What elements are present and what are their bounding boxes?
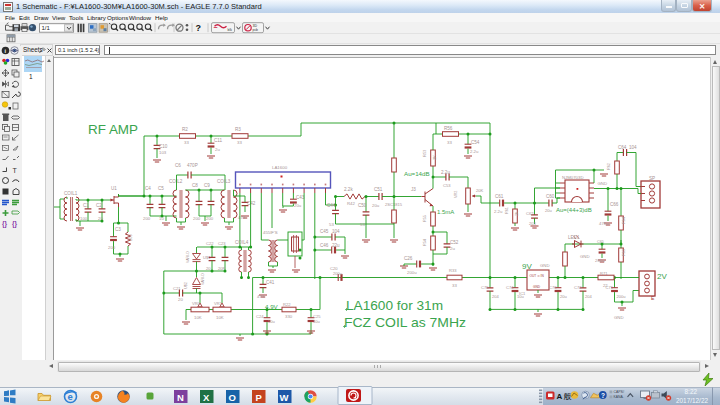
svg-text:33: 33 [447,140,452,145]
svg-text:OUT: OUT [530,274,537,278]
svg-text:100: 100 [80,216,88,221]
svg-text:C11: C11 [214,138,223,143]
svg-text:20u: 20u [545,208,552,213]
svg-text:C26: C26 [404,256,413,261]
svg-text:470u: 470u [599,221,609,226]
svg-text:FCZ COIL as 7MHz: FCZ COIL as 7MHz [344,315,466,330]
svg-text:C6: C6 [175,163,181,168]
svg-text:2K: 2K [432,155,437,160]
svg-text:R62: R62 [607,163,611,170]
svg-text:200: 200 [108,245,116,250]
svg-text:10: 10 [159,216,164,221]
svg-text:C4: C4 [145,186,151,191]
svg-text:2.2u: 2.2u [494,209,503,214]
svg-text:200u: 200u [617,294,626,299]
svg-text:COIL1: COIL1 [64,191,78,196]
svg-text:22u: 22u [332,243,340,248]
svg-text:20u: 20u [560,294,567,299]
svg-text:C24: C24 [256,314,264,319]
svg-text:LA1600: LA1600 [272,165,288,170]
svg-text:C44: C44 [327,203,336,208]
svg-text:200u: 200u [595,258,605,263]
svg-text:2V: 2V [657,272,667,281]
svg-text:20P: 20P [218,266,226,271]
svg-text:33: 33 [237,140,242,145]
svg-text:GND: GND [580,254,590,259]
svg-text:R42: R42 [347,201,355,206]
svg-text:C74: C74 [506,285,514,290]
svg-text:C22: C22 [206,241,214,246]
svg-text:53: 53 [329,222,334,227]
svg-text:2u: 2u [215,147,220,152]
svg-text:C1: C1 [83,203,89,208]
svg-text:C64: C64 [618,145,627,150]
svg-text:455IF'S: 455IF'S [263,230,278,235]
svg-text:C5: C5 [158,186,164,191]
svg-text:470P: 470P [187,163,198,168]
svg-text:C23: C23 [218,241,226,246]
svg-text:C50: C50 [358,203,367,208]
svg-text:200: 200 [143,216,151,221]
svg-text:20: 20 [178,297,183,302]
svg-text:SP: SP [649,176,655,181]
svg-text:103: 103 [159,150,167,155]
svg-text:2.2u: 2.2u [470,149,479,154]
svg-text:C8: C8 [192,183,198,188]
svg-text:C46: C46 [320,243,329,248]
svg-text:C3: C3 [115,227,121,232]
svg-text:C60: C60 [546,194,555,199]
svg-text:GND: GND [540,263,550,268]
svg-text:20u: 20u [372,203,380,208]
svg-text:GND: GND [533,285,541,289]
svg-text:Au=14dB: Au=14dB [404,170,430,177]
svg-text:C54: C54 [471,140,480,145]
svg-text:VR1: VR1 [214,301,223,306]
svg-text:R2: R2 [182,127,188,132]
svg-text:C9: C9 [204,183,210,188]
svg-text:2u: 2u [450,246,455,251]
svg-text:2.2k: 2.2k [344,187,353,192]
svg-text:2K: 2K [515,211,519,216]
svg-text:VARI-D: VARI-D [201,273,205,285]
svg-text:C43: C43 [296,195,305,200]
svg-text:R33: R33 [449,268,457,273]
svg-text:C53: C53 [443,183,451,188]
svg-text:R53: R53 [422,149,427,157]
svg-text:R63: R63 [622,249,626,256]
svg-text:U1: U1 [111,186,117,191]
svg-text:C66: C66 [610,202,619,207]
svg-text:VR0: VR0 [192,301,201,306]
svg-text:R55: R55 [423,215,427,222]
svg-text:R61: R61 [505,207,509,214]
svg-text:LA1600 for 31m: LA1600 for 31m [346,298,443,313]
svg-text:204: 204 [585,294,593,299]
svg-text:10u: 10u [313,319,320,324]
svg-text:C65: C65 [597,240,604,244]
svg-text:R3: R3 [235,127,241,132]
svg-text:R71: R71 [600,271,608,276]
svg-text:C62: C62 [526,211,534,216]
svg-text:COIL3: COIL3 [217,179,231,184]
svg-text:20K: 20K [476,188,484,193]
svg-text:10u: 10u [517,294,524,299]
svg-text:473: 473 [238,215,246,220]
svg-text:C51: C51 [374,187,383,192]
svg-text:C73: C73 [549,285,557,290]
svg-text:RF AMP: RF AMP [88,122,138,137]
svg-text:VARI-D: VARI-D [186,251,190,263]
svg-text:C41: C41 [266,280,275,285]
svg-text:10K: 10K [194,315,202,320]
svg-text:GND: GND [598,181,608,186]
svg-text:104: 104 [629,145,637,150]
svg-text:J3: J3 [411,187,416,192]
svg-text:1.5mA: 1.5mA [437,209,454,215]
svg-text:33: 33 [184,140,189,145]
svg-text:C2: C2 [96,203,102,208]
svg-text:2.2u: 2.2u [441,170,450,175]
svg-text:R64: R64 [622,217,626,224]
svg-text:Au=(44+3)dB: Au=(44+3)dB [556,207,592,213]
svg-text:200: 200 [193,216,201,221]
svg-text:10K: 10K [216,315,224,320]
svg-text:R22: R22 [283,302,291,307]
svg-text:C75: C75 [481,285,489,290]
